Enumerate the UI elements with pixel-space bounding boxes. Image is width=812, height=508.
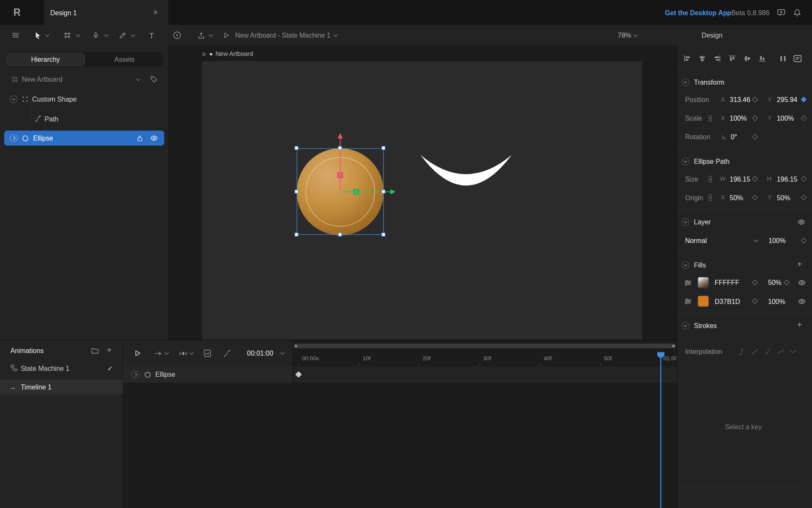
feedback-icon[interactable] [777,0,786,25]
layer-section-header[interactable]: Layer [681,215,710,228]
layer-visibility-eye-icon[interactable] [798,215,805,228]
rotation-keyframe-diamond[interactable] [752,134,758,140]
layer-opacity-value[interactable]: 100% [768,234,786,246]
tree-row-path[interactable]: Path [0,112,168,125]
artboard-tool-dropdown[interactable] [77,25,80,46]
tree-row-custom-shape[interactable]: Custom Shape [0,92,168,106]
scale-x-value[interactable]: 100% [730,112,747,124]
fill-opacity-value[interactable]: 100% [768,295,785,308]
origin-x-keyframe-diamond[interactable] [752,195,758,201]
size-w-value[interactable]: 196.15 [730,173,750,185]
shape-tool-dropdown[interactable] [132,25,134,46]
lock-icon[interactable] [136,131,143,146]
fill-swatch-orange[interactable] [697,295,709,307]
main-menu-icon[interactable] [11,25,20,46]
artboard[interactable] [202,61,642,340]
state-machine-row[interactable]: State Machine 1 ✓ [0,361,123,375]
tree-row-artboard[interactable]: New Artboard [0,72,168,86]
keyframe-diamond[interactable] [295,371,302,378]
fill-hex-value[interactable]: D37B1D [715,295,740,308]
strokes-section-header[interactable]: Strokes [681,319,716,331]
position-y-value[interactable]: 295.94 [777,93,798,105]
size-h-value[interactable]: 196.15 [777,173,798,185]
size-h-keyframe-diamond[interactable] [801,176,807,182]
selection-handle-top-left[interactable] [295,146,299,150]
notifications-bell-icon[interactable] [793,0,802,25]
align-center-v-icon[interactable] [743,55,751,62]
add-animation-button[interactable]: + [107,343,112,358]
layer-opacity-keyframe-diamond[interactable] [801,237,807,243]
selection-handle-top-right[interactable] [381,146,385,150]
artboard-state-machine-label[interactable]: New Artboard - State Machine 1 [235,25,331,46]
blend-mode-dropdown[interactable]: Normal [685,234,707,246]
align-top-icon[interactable] [729,55,736,62]
fill-opacity-keyframe-diamond[interactable] [784,279,790,285]
interpolation-custom-icon[interactable] [777,348,785,355]
track-keys-cell[interactable] [293,367,677,383]
section-chevron-icon[interactable] [681,261,689,269]
export-dropdown[interactable] [209,25,212,46]
tab-assets[interactable]: Assets [86,52,163,67]
pen-tool-icon[interactable] [92,25,99,46]
section-chevron-icon[interactable] [681,322,689,329]
shape-tool-icon[interactable] [119,25,126,46]
interpolation-elastic-icon[interactable] [790,348,797,355]
select-tool-dropdown[interactable] [46,25,49,46]
fill-row-solid[interactable]: D37B1D 100% [678,295,812,308]
select-tool-icon[interactable] [34,25,42,46]
fill-options-icon[interactable] [684,276,692,289]
section-chevron-icon[interactable] [681,78,689,86]
fill-visibility-eye-icon[interactable] [798,295,806,308]
fill-options-icon[interactable] [684,295,692,308]
selection-handle-bottom-left[interactable] [295,233,299,237]
selection-handle-bottom-mid[interactable] [338,233,342,237]
fill-hex-value[interactable]: FFFFFF [715,276,739,289]
selection-handle-top-mid[interactable] [338,146,342,150]
design-mode-button[interactable]: Design [694,25,730,46]
scale-y-handle[interactable] [337,173,343,178]
fill-color-keyframe-diamond[interactable] [752,279,758,285]
size-link-icon[interactable] [708,173,713,185]
align-center-h-icon[interactable] [699,55,706,62]
playhead-line[interactable] [660,358,661,508]
artboard-chevron-down-icon[interactable] [137,72,140,86]
add-stroke-button[interactable]: + [797,318,802,332]
fill-row-gradient[interactable]: FFFFFF 50% [678,276,812,289]
origin-y-keyframe-diamond[interactable] [801,195,807,201]
tab-design-1[interactable]: Design 1 × [44,0,168,25]
ellipse-path-section-header[interactable]: Ellipse Path [681,155,729,167]
selection-handle-mid-left[interactable] [295,190,299,193]
events-tool-icon[interactable] [173,25,181,46]
custom-shape-expander-icon[interactable] [10,92,17,106]
position-x-value[interactable]: 313.46 [730,93,750,105]
canvas[interactable]: New Artboard [168,46,677,340]
align-right-icon[interactable] [713,55,721,62]
folder-icon[interactable] [91,343,99,358]
visibility-eye-icon[interactable] [150,131,158,146]
ellipse-expander-icon[interactable] [10,131,17,146]
get-desktop-app-link[interactable]: Get the Desktop App [665,0,731,25]
tag-icon[interactable] [150,72,157,86]
interpolation-cubic-icon[interactable] [764,348,771,355]
rive-logo[interactable]: R [14,0,21,25]
align-bottom-icon[interactable] [759,55,766,62]
text-tool[interactable]: T [149,25,154,46]
fill-color-keyframe-diamond[interactable] [752,298,758,304]
scale-x-handle[interactable] [354,189,359,194]
artboard-state-machine-dropdown[interactable] [334,25,337,46]
section-chevron-icon[interactable] [681,157,689,165]
add-fill-button[interactable]: + [797,258,802,271]
zoom-control[interactable]: 78% [618,25,637,46]
artboard-play-icon[interactable] [202,52,207,56]
track-expander-icon[interactable] [132,367,139,383]
interpolation-hold-icon[interactable] [738,348,746,355]
position-y-keyframe-diamond[interactable] [801,97,807,102]
size-w-keyframe-diamond[interactable] [752,176,758,182]
distribute-icon[interactable] [779,55,787,62]
section-chevron-icon[interactable] [681,218,689,226]
fills-section-header[interactable]: Fills [681,259,706,271]
rotation-value[interactable]: 0° [731,131,737,143]
fill-opacity-value[interactable]: 50% [768,276,782,289]
blend-mode-chevron-icon[interactable] [754,234,757,246]
fill-visibility-eye-icon[interactable] [798,276,806,289]
